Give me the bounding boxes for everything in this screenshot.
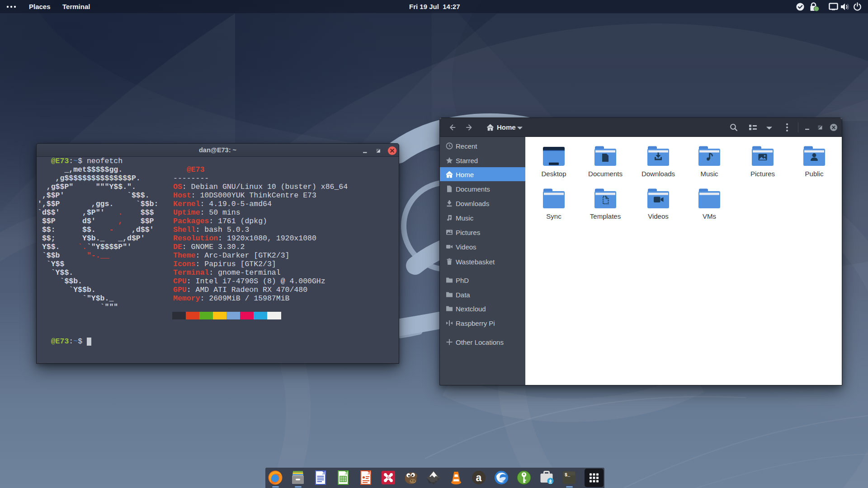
svg-text:$_: $_ xyxy=(565,473,571,478)
svg-text:a: a xyxy=(476,472,482,483)
